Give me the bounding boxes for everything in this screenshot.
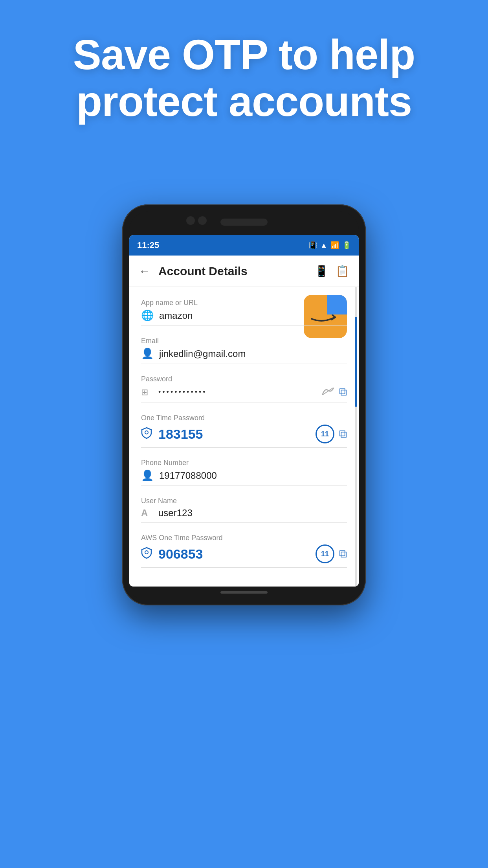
otp-timer-badge: 11: [316, 425, 334, 443]
scrollbar[interactable]: [355, 287, 357, 587]
phone-bottom: [129, 587, 359, 598]
hide-password-icon[interactable]: [322, 387, 334, 397]
otp-label: One Time Password: [141, 414, 347, 422]
battery-icon: 🔋: [342, 241, 351, 250]
copy-otp-icon[interactable]: ⧉: [339, 428, 347, 441]
email-value: jinkedlin@gmail.com: [159, 348, 347, 359]
app-name-value: amazon: [159, 310, 347, 321]
password-label: Password: [141, 375, 347, 383]
copy-aws-otp-icon[interactable]: ⧉: [339, 548, 347, 561]
aws-otp-shield-icon: [141, 547, 153, 561]
app-bar-actions: 📱 📋: [315, 265, 349, 278]
aws-otp-field: AWS One Time Password 906853 11 ⧉: [141, 534, 347, 568]
copy-password-icon[interactable]: ⧉: [339, 386, 347, 399]
signal-icon: 📶: [330, 241, 339, 250]
phone-row: 👤 19177088000: [141, 469, 347, 486]
email-label: Email: [141, 337, 347, 345]
status-bar: 11:25 📳 ▲ 📶 🔋: [129, 235, 359, 256]
otp-field: One Time Password 183155 11 ⧉: [141, 414, 347, 448]
app-name-label: App name or URL: [141, 299, 347, 307]
phone-person-icon: 👤: [141, 469, 154, 482]
aws-otp-timer-badge: 11: [316, 544, 334, 563]
phone-value: 19177088000: [159, 470, 347, 481]
phone-notch: [129, 211, 359, 235]
password-icon: ⊞: [141, 387, 153, 397]
password-value: ••••••••••••: [158, 388, 322, 396]
device-icon-1[interactable]: 📱: [315, 265, 328, 278]
aws-otp-value: 906853: [158, 546, 316, 562]
phone-label: Phone Number: [141, 459, 347, 467]
aws-otp-row: 906853 11 ⧉: [141, 544, 347, 568]
phone-field: Phone Number 👤 19177088000: [141, 459, 347, 486]
hero-section: Save OTP to help protect accounts: [31, 31, 457, 125]
content-area: App name or URL 🌐 amazon Email 👤 jinkedl…: [129, 287, 359, 587]
phone-camera-right: [198, 216, 207, 225]
scrollbar-thumb: [355, 317, 357, 407]
email-field: Email 👤 jinkedlin@gmail.com: [141, 337, 347, 364]
username-a-icon: A: [141, 508, 153, 519]
hero-line1: Save OTP to help: [73, 31, 415, 78]
username-field: User Name A user123: [141, 497, 347, 523]
email-row: 👤 jinkedlin@gmail.com: [141, 348, 347, 364]
password-actions: ⧉: [322, 386, 347, 399]
status-time: 11:25: [137, 240, 159, 250]
app-name-row: 🌐 amazon: [141, 309, 347, 326]
phone-speaker: [220, 219, 268, 226]
app-bar: ← Account Details 📱 📋: [129, 256, 359, 287]
otp-value: 183155: [158, 427, 316, 442]
hero-line2: protect accounts: [76, 77, 412, 125]
aws-otp-actions: 11 ⧉: [316, 544, 347, 563]
phone-outer: 11:25 📳 ▲ 📶 🔋 ← Account Details 📱 📋: [122, 204, 366, 605]
password-row: ⊞ •••••••••••• ⧉: [141, 386, 347, 403]
phone-camera-left: [186, 216, 195, 225]
otp-row: 183155 11 ⧉: [141, 425, 347, 448]
phone-container: 11:25 📳 ▲ 📶 🔋 ← Account Details 📱 📋: [122, 204, 366, 605]
username-label: User Name: [141, 497, 347, 505]
person-icon: 👤: [141, 348, 154, 360]
svg-point-1: [145, 431, 148, 434]
vibrate-icon: 📳: [308, 241, 317, 250]
phone-screen: 11:25 📳 ▲ 📶 🔋 ← Account Details 📱 📋: [129, 235, 359, 587]
aws-otp-label: AWS One Time Password: [141, 534, 347, 542]
password-field: Password ⊞ •••••••••••• ⧉: [141, 375, 347, 403]
svg-point-2: [145, 551, 148, 554]
app-name-field: App name or URL 🌐 amazon: [141, 299, 347, 326]
globe-icon: 🌐: [141, 309, 154, 322]
otp-shield-icon: [141, 427, 153, 441]
username-row: A user123: [141, 508, 347, 523]
status-icons: 📳 ▲ 📶 🔋: [308, 241, 351, 250]
page-title: Account Details: [158, 265, 315, 278]
device-icon-2[interactable]: 📋: [336, 265, 349, 278]
home-indicator: [220, 591, 268, 594]
username-value: user123: [158, 508, 347, 519]
wifi-icon: ▲: [320, 241, 327, 250]
otp-actions: 11 ⧉: [316, 425, 347, 443]
back-button[interactable]: ←: [139, 265, 150, 278]
